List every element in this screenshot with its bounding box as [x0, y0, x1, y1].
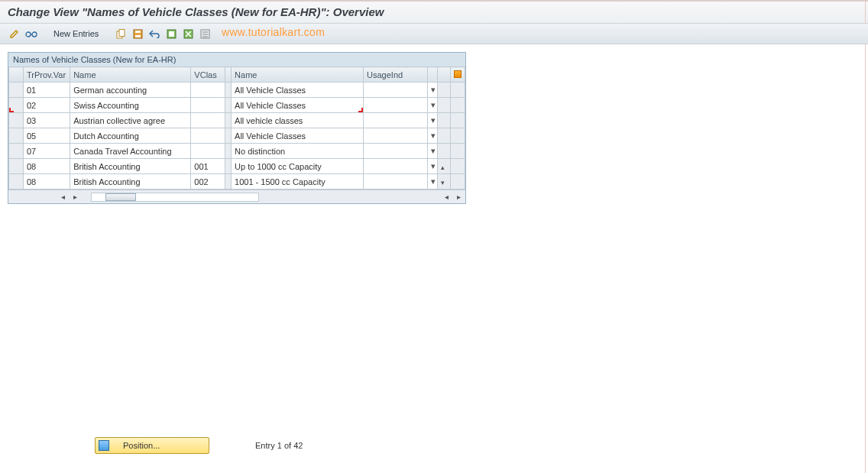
cell-name1[interactable]: Swiss Accounting: [70, 98, 191, 113]
toolbar: New Entries www.tutorialkart.com: [0, 24, 868, 44]
cell-trprov[interactable]: 02: [23, 98, 70, 113]
page-title: Change View "Names of Vehicle Classes (N…: [8, 5, 860, 18]
glasses-icon[interactable]: [24, 27, 38, 40]
deselect-all-icon[interactable]: [181, 27, 195, 40]
col-trprov[interactable]: TrProv.Var: [23, 67, 70, 83]
col-dd: [428, 67, 438, 83]
cell-name2[interactable]: All vehicle classes: [232, 113, 364, 128]
scroll-right-button[interactable]: ▸: [70, 193, 80, 201]
table-config-button[interactable]: [450, 67, 465, 83]
panel-title: Names of Vehicle Classes (New for EA-HR): [8, 53, 465, 66]
row-select[interactable]: [9, 98, 24, 113]
row-select[interactable]: [9, 159, 24, 174]
scroll-thumb[interactable]: [105, 193, 136, 201]
position-button[interactable]: Position...: [95, 437, 209, 454]
col-name2[interactable]: Name: [232, 67, 364, 83]
table-panel: Names of Vehicle Classes (New for EA-HR)…: [8, 52, 466, 204]
cell-vclas[interactable]: [191, 144, 225, 159]
cell-usage[interactable]: [364, 174, 428, 190]
cell-trprov[interactable]: 08: [23, 159, 70, 174]
usage-dropdown[interactable]: ▾: [428, 83, 438, 98]
cell-name2[interactable]: All Vehicle Classes: [232, 98, 364, 113]
cell-vclas[interactable]: 002: [191, 174, 225, 190]
cell-trprov[interactable]: 07: [23, 144, 70, 159]
usage-dropdown[interactable]: ▾: [428, 144, 438, 159]
horizontal-scrollbar[interactable]: ◂ ▸ ◂ ▸: [8, 190, 465, 203]
scroll-right-end-button[interactable]: ▸: [453, 193, 464, 201]
table-row: 02 Swiss Accounting All Vehicle Classes …: [9, 98, 465, 113]
undo-icon[interactable]: [147, 27, 161, 40]
cell-name2[interactable]: 1001 - 1500 cc Capacity: [232, 174, 364, 190]
scroll-left-end-button[interactable]: ◂: [441, 193, 452, 201]
cell-vclas[interactable]: [191, 98, 225, 113]
cell-name1[interactable]: Dutch Accounting: [70, 128, 191, 144]
cell-name1[interactable]: British Accounting: [70, 174, 191, 190]
select-all-icon[interactable]: [164, 27, 178, 40]
cell-name1[interactable]: German accounting: [70, 83, 191, 98]
svg-rect-3: [119, 29, 125, 36]
usage-dropdown[interactable]: ▾: [428, 159, 438, 174]
cell-usage[interactable]: [364, 128, 428, 144]
cell-trprov[interactable]: 05: [23, 128, 70, 144]
watermark: www.tutorialkart.com: [222, 26, 325, 38]
svg-rect-8: [169, 31, 174, 37]
cell-name1[interactable]: British Accounting: [70, 159, 191, 174]
cell-name1[interactable]: Canada Travel Accounting: [70, 144, 191, 159]
scroll-down-button[interactable]: [438, 174, 451, 190]
toggle-display-change-icon[interactable]: [8, 27, 21, 40]
cell-trprov[interactable]: 08: [23, 174, 70, 190]
new-entries-button[interactable]: New Entries: [49, 29, 103, 38]
svg-rect-6: [135, 31, 141, 33]
cell-vclas[interactable]: 001: [191, 159, 225, 174]
svg-point-1: [32, 32, 37, 37]
svg-point-0: [26, 32, 31, 37]
row-select[interactable]: [9, 113, 24, 128]
cell-name2[interactable]: No distinction: [232, 144, 364, 159]
table-row: 03 Austrian collective agree All vehicle…: [9, 113, 465, 128]
table-row: 08 British Accounting 001 Up to 1000 cc …: [9, 159, 465, 174]
scroll-up-button[interactable]: [438, 159, 451, 174]
cell-usage[interactable]: [364, 83, 428, 98]
cell-trprov[interactable]: 03: [23, 113, 70, 128]
table-row: 07 Canada Travel Accounting No distincti…: [9, 144, 465, 159]
cell-usage[interactable]: [364, 98, 428, 113]
cell-trprov[interactable]: 01: [23, 83, 70, 98]
table-row: 08 British Accounting 002 1001 - 1500 cc…: [9, 174, 465, 190]
cell-vclas[interactable]: [191, 113, 225, 128]
title-bar: Change View "Names of Vehicle Classes (N…: [0, 0, 868, 24]
col-name1[interactable]: Name: [70, 67, 191, 83]
row-select[interactable]: [9, 83, 24, 98]
usage-dropdown[interactable]: ▾: [428, 113, 438, 128]
cell-vclas[interactable]: [191, 128, 225, 144]
cell-name2[interactable]: Up to 1000 cc Capacity: [232, 159, 364, 174]
usage-dropdown[interactable]: ▾: [428, 98, 438, 113]
cell-name2[interactable]: All Vehicle Classes: [232, 128, 364, 144]
row-select[interactable]: [9, 174, 24, 190]
row-select[interactable]: [9, 144, 24, 159]
cell-vclas[interactable]: [191, 83, 225, 98]
position-icon: [99, 440, 109, 451]
entry-counter: Entry 1 of 42: [255, 441, 303, 450]
cell-usage[interactable]: [364, 159, 428, 174]
row-select[interactable]: [9, 128, 24, 144]
cell-usage[interactable]: [364, 144, 428, 159]
config-icon: [454, 70, 462, 78]
copy-icon[interactable]: [114, 27, 128, 40]
cell-name1[interactable]: Austrian collective agree: [70, 113, 191, 128]
col-select[interactable]: [9, 67, 24, 83]
cell-name2[interactable]: All Vehicle Classes: [232, 83, 364, 98]
scroll-track[interactable]: [91, 193, 259, 202]
scroll-left-button[interactable]: ◂: [57, 193, 68, 201]
table-row: 05 Dutch Accounting All Vehicle Classes …: [9, 128, 465, 144]
col-vclas[interactable]: VClas: [191, 67, 225, 83]
save-icon[interactable]: [131, 27, 144, 40]
svg-rect-5: [135, 35, 141, 37]
col-spacer: [225, 67, 231, 83]
data-table[interactable]: TrProv.Var Name VClas Name UsageInd: [8, 66, 465, 190]
col-usage[interactable]: UsageInd: [364, 67, 428, 83]
delimit-icon[interactable]: [198, 27, 212, 40]
usage-dropdown[interactable]: ▾: [428, 174, 438, 190]
cell-usage[interactable]: [364, 113, 428, 128]
footer: Position... Entry 1 of 42: [0, 436, 868, 455]
usage-dropdown[interactable]: ▾: [428, 128, 438, 144]
